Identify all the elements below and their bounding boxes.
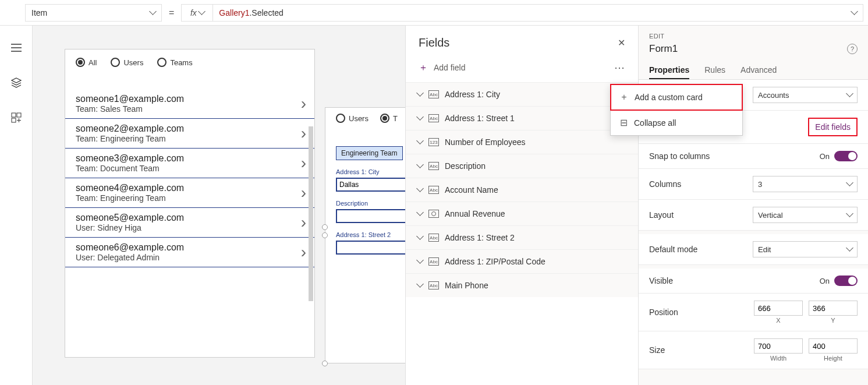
item-email: someone5@example.com [76, 213, 304, 223]
prop-label: Default mode [649, 245, 697, 254]
position-y-input[interactable] [809, 301, 858, 316]
prop-label: Visible [649, 276, 673, 285]
resize-handle[interactable] [322, 224, 328, 230]
tab-advanced[interactable]: Advanced [741, 62, 777, 79]
dropdown-value: Vertical [758, 211, 783, 220]
form-field: Address 1: City [336, 168, 405, 192]
chevron-down-icon [150, 8, 155, 17]
formula-input[interactable]: Gallery1.Selected [213, 4, 863, 22]
panel-mode-label: EDIT [639, 26, 868, 40]
field-item[interactable]: AbcMain Phone [406, 273, 638, 297]
prop-snap: Snap to columns On [639, 144, 868, 169]
chevron-down-icon [417, 162, 423, 171]
filter-option[interactable]: All [76, 58, 97, 67]
radio-icon [157, 58, 166, 67]
svg-rect-3 [429, 210, 439, 218]
columns-dropdown[interactable]: 3 [753, 176, 858, 192]
filter-option[interactable]: Teams [157, 58, 192, 67]
resize-handle[interactable] [322, 361, 328, 366]
properties-tabs: PropertiesRulesAdvanced [639, 62, 868, 80]
chevron-right-icon: › [301, 243, 306, 262]
layout-dropdown[interactable]: Vertical [753, 207, 858, 223]
field-item[interactable]: AbcAddress 1: City [406, 82, 638, 106]
field-item[interactable]: AbcDescription [406, 154, 638, 178]
property-dropdown[interactable]: Item [25, 4, 162, 22]
form1-selected-chip[interactable]: Engineering Team [336, 146, 403, 160]
fields-list: AbcAddress 1: CityAbcAddress 1: Street 1… [406, 82, 638, 297]
data-source-dropdown[interactable]: Accounts [753, 87, 858, 103]
form1-radio-row: UsersT [325, 108, 405, 129]
size-width-input[interactable] [754, 338, 803, 354]
help-icon[interactable]: ? [847, 44, 858, 54]
popup-item[interactable]: +Add a custom card [610, 84, 743, 111]
field-input[interactable] [336, 241, 405, 255]
list-item[interactable]: someone2@example.comTeam: Engineering Te… [65, 119, 314, 149]
list-item[interactable]: someone6@example.comUser: Delegated Admi… [65, 238, 314, 267]
field-item[interactable]: Annual Revenue [406, 202, 638, 225]
item-sub: User: Delegated Admin [76, 253, 304, 262]
field-input[interactable] [336, 209, 405, 223]
form-field: Address 1: Street 2 [336, 231, 405, 255]
formula-rest: .Selected [249, 8, 283, 17]
item-sub: Team: Engineering Team [76, 193, 304, 203]
field-item[interactable]: AbcAccount Name [406, 178, 638, 202]
tab-rules[interactable]: Rules [704, 62, 725, 79]
add-field-button[interactable]: ＋ Add field [419, 62, 465, 74]
list-item[interactable]: someone1@example.comTeam: Sales Team› [65, 89, 314, 119]
field-input[interactable] [336, 178, 405, 192]
field-label: Description [336, 200, 405, 207]
chevron-down-icon[interactable] [852, 8, 857, 17]
snap-toggle[interactable] [834, 151, 858, 161]
list-item[interactable]: someone3@example.comTeam: Document Team› [65, 149, 314, 178]
chevron-right-icon: › [301, 183, 306, 202]
close-icon[interactable]: ✕ [618, 37, 625, 48]
equals-label: = [169, 8, 174, 18]
edit-fields-link[interactable]: Edit fields [808, 118, 858, 136]
field-name: Annual Revenue [445, 209, 505, 218]
tab-properties[interactable]: Properties [649, 62, 689, 79]
control-name: Form1 [649, 43, 678, 55]
popup-icon: ⊟ [619, 117, 628, 128]
field-item[interactable]: AbcAddress 1: Street 2 [406, 225, 638, 249]
layers-icon[interactable] [10, 77, 22, 89]
filter-option[interactable]: Users [111, 58, 143, 67]
fx-button[interactable]: fx [181, 4, 213, 22]
visible-toggle[interactable] [834, 275, 858, 286]
canvas[interactable]: AllUsersTeams someone1@example.comTeam: … [33, 26, 405, 385]
default-mode-dropdown[interactable]: Edit [753, 241, 858, 257]
prop-default-mode: Default mode Edit [639, 234, 868, 265]
item-email: someone3@example.com [76, 153, 304, 164]
field-label: Address 1: Street 2 [336, 231, 405, 238]
radio-option[interactable]: T [380, 114, 398, 123]
field-item[interactable]: AbcAddress 1: ZIP/Postal Code [406, 249, 638, 273]
form1[interactable]: UsersT Engineering Team Address 1: CityD… [325, 107, 405, 363]
insert-icon[interactable] [10, 112, 22, 123]
field-name: Address 1: Street 2 [445, 233, 515, 242]
popup-item[interactable]: ⊟Collapse all [611, 110, 742, 135]
gallery1[interactable]: AllUsersTeams someone1@example.comTeam: … [65, 49, 315, 358]
scrollbar[interactable] [309, 126, 313, 301]
field-item[interactable]: AbcAddress 1: Street 1 [406, 106, 638, 130]
field-item[interactable]: 123Number of Employees [406, 130, 638, 154]
resize-handle[interactable] [322, 232, 328, 238]
size-height-input[interactable] [809, 338, 858, 354]
item-email: someone6@example.com [76, 242, 304, 253]
svg-point-4 [432, 212, 436, 216]
toggle-text: On [820, 152, 830, 161]
field-name: Address 1: Street 1 [445, 114, 515, 123]
radio-option[interactable]: Users [336, 114, 369, 123]
list-item[interactable]: someone5@example.comUser: Sidney Higa› [65, 208, 314, 238]
chevron-right-icon: › [301, 94, 306, 113]
more-icon[interactable]: ⋯ [614, 61, 625, 74]
left-nav-rail [0, 26, 33, 385]
prop-label: Size [649, 345, 665, 355]
svg-rect-0 [12, 113, 16, 117]
hamburger-icon[interactable] [10, 42, 22, 54]
prop-label: Snap to columns [649, 151, 710, 161]
chevron-down-icon [417, 186, 423, 195]
formula-bar: Item = fx Gallery1.Selected [0, 0, 868, 26]
position-x-input[interactable] [754, 301, 803, 316]
list-item[interactable]: someone4@example.comTeam: Engineering Te… [65, 178, 314, 208]
item-email: someone2@example.com [76, 123, 304, 134]
field-label: Address 1: City [336, 168, 405, 175]
